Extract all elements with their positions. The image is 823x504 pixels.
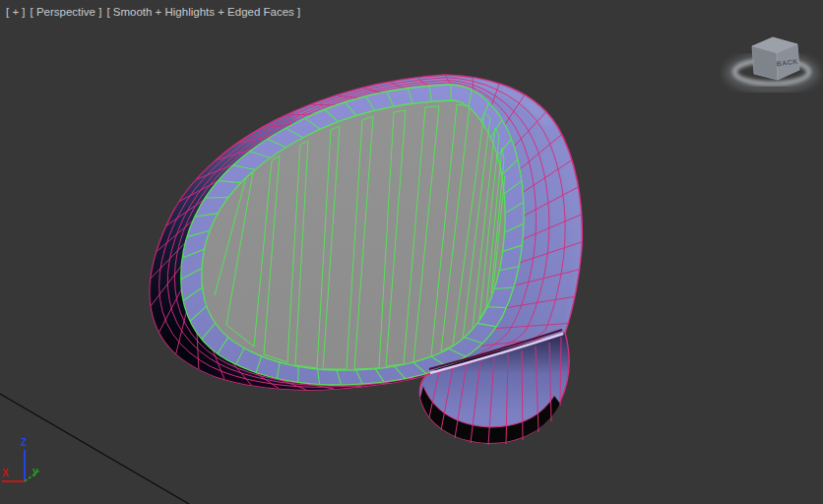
viewport-label-bar: [ + ] [ Perspective ] [ Smooth + Highlig… — [6, 5, 300, 19]
viewport-menu-pov[interactable]: [ Perspective ] — [31, 5, 102, 19]
axis-y-label: y — [32, 466, 38, 476]
axis-x-label: X — [2, 468, 9, 478]
axis-tripod: Z X y — [2, 437, 39, 481]
viewcube-cube[interactable]: BACK — [752, 37, 799, 80]
scene-canvas: BACK Z X y — [0, 0, 823, 504]
rim-edge — [205, 197, 228, 198]
axis-z-label: Z — [21, 437, 27, 448]
home-grid-line — [0, 394, 189, 504]
viewport-menu-general[interactable]: [ + ] — [6, 5, 26, 19]
viewcube[interactable]: BACK — [728, 37, 815, 89]
rim-edge — [298, 366, 299, 382]
viewport-menu-shading[interactable]: [ Smooth + Highlights + Edged Faces ] — [106, 5, 300, 19]
viewport-3d: [ + ] [ Perspective ] [ Smooth + Highlig… — [0, 0, 823, 504]
